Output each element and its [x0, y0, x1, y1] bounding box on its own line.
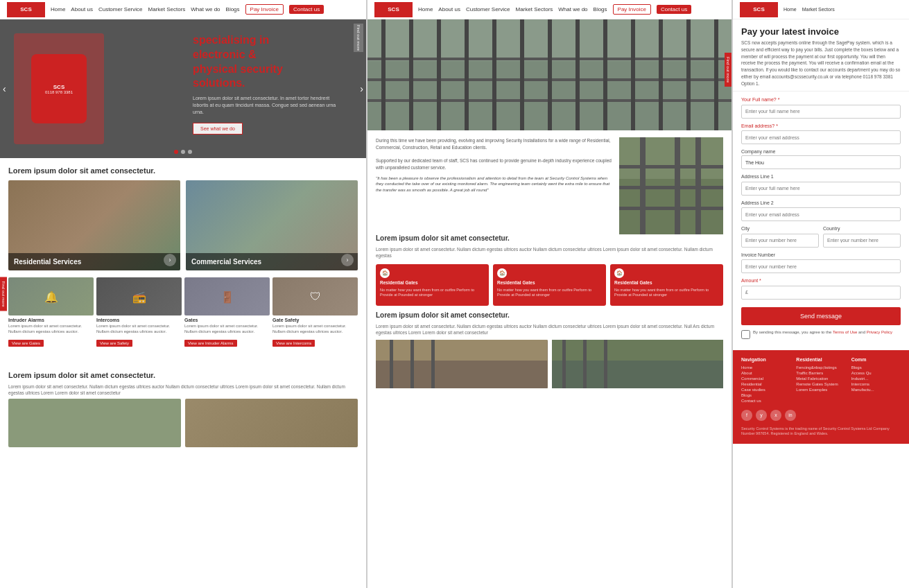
hero-cta-button[interactable]: See what we do	[193, 123, 243, 135]
svg-rect-32	[552, 361, 724, 388]
tile-intercoms-name: Intercoms	[96, 318, 182, 322]
p3-nav-market[interactable]: Market Sectors	[802, 7, 835, 12]
nav-pay-button[interactable]: Pay Invoice	[245, 4, 284, 15]
terms-link[interactable]: Terms of Use	[833, 330, 857, 334]
service-card-residential[interactable]: Residential Services ›	[8, 180, 180, 270]
nav-contact-button[interactable]: Contact us	[289, 5, 324, 14]
dot-2[interactable]	[181, 150, 185, 154]
footer-com-2[interactable]: Access Qu	[851, 371, 901, 375]
p2-cards-title: Lorem ipsum dolor sit amet consectetur.	[376, 234, 723, 242]
facebook-icon[interactable]: f	[741, 410, 752, 421]
bell-icon: 🔔	[44, 290, 58, 303]
pay-invoice-title: Pay your latest invoice	[741, 26, 901, 37]
side-tab-right[interactable]: Find out more	[725, 53, 731, 87]
footer-res-3[interactable]: Metal Fabrication	[796, 377, 845, 381]
footer-com-5[interactable]: Manufactu...	[851, 388, 901, 392]
p2-quote: "It has been a pleasure to observe the p…	[376, 175, 612, 193]
tile-gates-desc: Lorem ipsum dolor sit amet consectetur. …	[184, 324, 270, 335]
footer-commercial-col: Comm Blogs Access Qu Industri... Interco…	[851, 357, 901, 404]
email-input[interactable]	[741, 130, 901, 144]
bottom-img-svg-2	[552, 340, 724, 388]
fence-background	[367, 19, 731, 130]
svg-rect-14	[631, 19, 635, 130]
p2-card-3: 🏠 Residential Gates No matter how you wa…	[610, 264, 723, 306]
twitter-icon[interactable]: x	[770, 410, 781, 421]
fullname-input[interactable]	[741, 105, 901, 119]
hero-prev-arrow[interactable]: ‹	[3, 83, 6, 94]
nav-about[interactable]: About us	[71, 6, 93, 12]
p2-nav-contact-button[interactable]: Contact us	[657, 5, 691, 14]
terms-label: By sending this message, you agree to th…	[753, 329, 892, 335]
nav-market[interactable]: Market Sectors	[148, 6, 186, 12]
address1-label: Address Line 1	[741, 174, 901, 179]
footer-nav-blogs[interactable]: Blogs	[741, 393, 790, 397]
hero-next-arrow[interactable]: ›	[360, 83, 363, 94]
tile-safety-btn[interactable]: View are Intercoms	[272, 340, 315, 347]
residential-arrow[interactable]: ›	[164, 254, 176, 266]
card-desc-2: No matter how you want them from or outf…	[497, 288, 602, 297]
gate-icon: 🚪	[220, 290, 234, 303]
p2-nav-home[interactable]: Home	[418, 6, 433, 12]
svg-rect-12	[575, 19, 580, 130]
footer-nav-about[interactable]: About	[741, 371, 790, 375]
footer-com-1[interactable]: Blogs	[851, 365, 901, 370]
amount-input[interactable]	[741, 286, 901, 300]
p2-nav-pay-button[interactable]: Pay Invoice	[613, 4, 651, 15]
privacy-link[interactable]: Privacy Policy	[867, 330, 892, 334]
p2-nav-blogs[interactable]: Blogs	[594, 6, 607, 12]
commercial-label: Commercial Services	[186, 253, 358, 270]
tile-safety-img: 🛡	[272, 277, 358, 315]
footer-nav-commercial[interactable]: Commercial	[741, 377, 790, 381]
p2-nav-what[interactable]: What we do	[558, 6, 587, 12]
country-input[interactable]	[823, 234, 901, 248]
tile-alarms-name: Intruder Alarms	[8, 318, 94, 322]
terms-checkbox[interactable]	[741, 330, 750, 339]
footer-res-2[interactable]: Traffic Barriers	[796, 371, 845, 375]
p2-nav-customer[interactable]: Customer Service	[466, 6, 510, 12]
dot-1[interactable]	[174, 150, 178, 154]
p2-nav-about[interactable]: About us	[438, 6, 460, 12]
nav-blogs[interactable]: Blogs	[226, 6, 240, 12]
footer-nav-residential[interactable]: Residential	[741, 382, 790, 386]
footer-nav-cases[interactable]: Case studies	[741, 388, 790, 392]
send-message-button[interactable]: Send message	[741, 307, 901, 325]
nav-panel-1: SCS Home About us Customer Service Marke…	[0, 0, 366, 19]
city-input[interactable]	[741, 234, 819, 248]
footer-com-3[interactable]: Industri...	[851, 377, 901, 381]
linkedin-icon[interactable]: in	[785, 410, 796, 421]
commercial-arrow[interactable]: ›	[341, 254, 354, 266]
services-title: Lorem ipsum dolor sit amet consectetur.	[8, 166, 358, 175]
nav-what[interactable]: What we do	[191, 6, 220, 12]
city-label: City	[741, 226, 819, 231]
footer-res-1[interactable]: Fencing&nbsp;listings	[796, 365, 845, 370]
footer-res-5[interactable]: Lorem Examples	[796, 388, 845, 392]
p3-nav-home[interactable]: Home	[784, 7, 797, 12]
nav-customer[interactable]: Customer Service	[98, 6, 143, 12]
card-icon-2: 🏠	[497, 268, 507, 278]
tile-intercoms-btn[interactable]: View are Safety	[96, 340, 132, 347]
side-tab-left[interactable]: Find out more	[0, 277, 7, 311]
p2-cards-row: 🏠 Residential Gates No matter how you wa…	[376, 264, 723, 306]
pay-invoice-desc: SCS now accepts payments online through …	[741, 40, 901, 87]
footer-commercial-title: Comm	[851, 357, 901, 362]
address2-input[interactable]	[741, 207, 901, 221]
safety-icon: 🛡	[310, 291, 321, 303]
service-card-commercial[interactable]: Commercial Services ›	[186, 180, 358, 270]
address1-input[interactable]	[741, 182, 901, 196]
youtube-icon[interactable]: y	[756, 410, 767, 421]
footer-res-4[interactable]: Remote Gates System	[796, 382, 845, 386]
nav-home[interactable]: Home	[51, 6, 65, 12]
tile-alarms-btn[interactable]: View are Gates	[8, 340, 44, 347]
company-input[interactable]: The Hou	[741, 155, 901, 169]
hero-content: specialising in electronic & physical se…	[193, 33, 345, 135]
p2-nav-market[interactable]: Market Sectors	[516, 6, 553, 12]
dot-3[interactable]	[188, 150, 192, 154]
invoice-input[interactable]	[741, 259, 901, 273]
form-group-fullname: Your Full name? *	[741, 97, 901, 119]
p2-intro-text: During this time we have been providing,…	[376, 137, 612, 234]
footer-nav-home[interactable]: Home	[741, 365, 790, 370]
footer-com-4[interactable]: Intercoms	[851, 382, 901, 386]
fence-svg	[367, 19, 731, 130]
footer-nav-contact[interactable]: Contact us	[741, 399, 790, 403]
tile-gates-btn[interactable]: View are Intruder Alarms	[184, 340, 237, 347]
